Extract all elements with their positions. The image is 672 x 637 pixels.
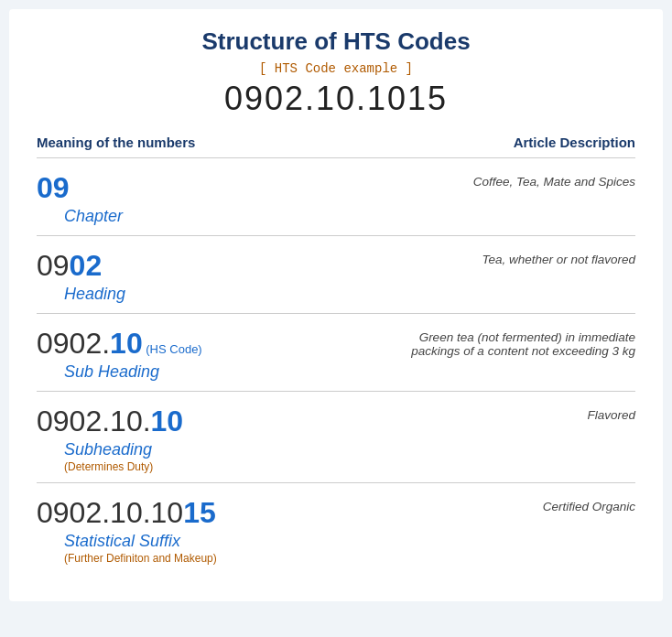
code-highlight-suffix: 15 <box>183 496 216 529</box>
section-left-subheading: 0902.10 (HS Code) Sub Heading <box>37 327 366 382</box>
section-sublabel-duty: (Determines Duty) <box>64 460 366 473</box>
section-label-heading: Heading <box>64 285 366 304</box>
table-header: Meaning of the numbers Article Descripti… <box>37 135 635 157</box>
table-row: 0902.10.10 Subheading (Determines Duty) … <box>37 391 635 482</box>
section-label-duty: Subheading <box>64 440 366 459</box>
section-label-chapter: Chapter <box>64 207 366 226</box>
page-title: Structure of HTS Codes <box>37 27 635 56</box>
header-meaning: Meaning of the numbers <box>37 135 195 150</box>
code-display-duty: 0902.10.10 <box>37 405 366 438</box>
code-prefix-heading: 09 <box>37 249 70 282</box>
table-row: 0902 Heading Tea, whether or not flavore… <box>37 235 635 313</box>
code-prefix-subheading: 0902. <box>37 327 110 360</box>
section-sublabel-suffix: (Further Definiton and Makeup) <box>64 552 366 565</box>
subtitle-bracket: [ HTS Code example ] <box>37 61 635 76</box>
section-left-heading: 0902 Heading <box>37 249 366 304</box>
code-display-heading: 0902 <box>37 249 366 283</box>
section-description-subheading: Green tea (not fermented) in immediate p… <box>384 327 635 358</box>
code-prefix-duty: 0902.10. <box>37 405 151 437</box>
section-label-suffix: Statistical Suffix <box>64 532 366 551</box>
code-highlight-heading: 02 <box>70 249 103 282</box>
code-highlight-subheading: 10 <box>110 327 143 360</box>
hs-code-label: (HS Code) <box>143 342 202 356</box>
section-description-duty: Flavored <box>384 405 635 422</box>
section-description-chapter: Coffee, Tea, Mate and Spices <box>384 171 635 189</box>
section-left-duty: 0902.10.10 Subheading (Determines Duty) <box>37 405 366 473</box>
section-left-suffix: 0902.10.1015 Statistical Suffix (Further… <box>37 496 366 565</box>
header-description: Article Description <box>514 135 635 150</box>
code-highlight-chapter: 09 <box>37 171 70 204</box>
section-description-heading: Tea, whether or not flavored <box>384 249 635 266</box>
table-row: 09 Chapter Coffee, Tea, Mate and Spices <box>37 157 635 235</box>
table-row: 0902.10 (HS Code) Sub Heading Green tea … <box>37 313 635 391</box>
section-label-subheading: Sub Heading <box>64 362 366 382</box>
code-highlight-duty: 10 <box>151 405 184 437</box>
main-card: Structure of HTS Codes [ HTS Code exampl… <box>9 9 663 601</box>
section-description-suffix: Certified Organic <box>384 496 635 513</box>
code-display-suffix: 0902.10.1015 <box>37 496 366 530</box>
table-row: 0902.10.1015 Statistical Suffix (Further… <box>37 482 635 574</box>
code-prefix-suffix: 0902.10.10 <box>37 496 183 529</box>
hts-code-display: 0902.10.1015 <box>37 80 635 118</box>
code-display-chapter: 09 <box>37 171 366 205</box>
code-display-subheading: 0902.10 (HS Code) <box>37 327 366 361</box>
section-left-chapter: 09 Chapter <box>37 171 366 226</box>
